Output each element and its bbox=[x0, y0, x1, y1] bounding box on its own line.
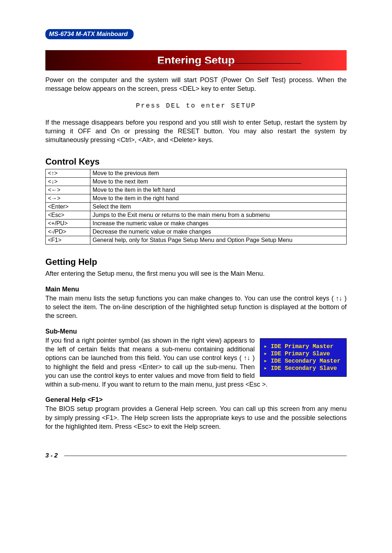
general-help-heading: General Help <F1> bbox=[45, 396, 347, 404]
intro-mono: Press DEL to enter SETUP bbox=[45, 102, 347, 109]
desc-cell: Decrease the numeric value or make chang… bbox=[90, 228, 347, 236]
bios-submenu-preview: IDE Primary Master IDE Primary Slave IDE… bbox=[260, 338, 347, 377]
header-row: MS-6734 M-ATX Mainboard bbox=[45, 29, 347, 39]
key-cell: <←> bbox=[46, 186, 90, 194]
table-row: <+/PU>Increase the numeric value or make… bbox=[46, 219, 347, 228]
bios-item: IDE Secondary Slave bbox=[264, 365, 340, 372]
table-row: <Esc>Jumps to the Exit menu or returns t… bbox=[46, 211, 347, 219]
key-cell: <+/PU> bbox=[46, 219, 90, 228]
page-number: 3 - 2 bbox=[45, 452, 58, 459]
table-row: <Enter>Select the item bbox=[46, 203, 347, 211]
table-row: <↓>Move to the next item bbox=[46, 178, 347, 186]
table-row: <-/PD>Decrease the numeric value or make… bbox=[46, 228, 347, 236]
key-cell: <F1> bbox=[46, 236, 90, 245]
control-keys-heading: Control Keys bbox=[45, 157, 347, 167]
page: MS-6734 M-ATX Mainboard Entering Setup P… bbox=[0, 0, 392, 481]
main-menu-heading: Main Menu bbox=[45, 286, 347, 293]
table-row: <↑>Move to the previous item bbox=[46, 169, 347, 178]
desc-cell: Move to the previous item bbox=[90, 169, 347, 178]
key-cell: <-/PD> bbox=[46, 228, 90, 236]
header-rule bbox=[152, 63, 301, 64]
getting-help-heading: Getting Help bbox=[45, 257, 347, 267]
control-keys-table: <↑>Move to the previous item <↓>Move to … bbox=[45, 169, 347, 245]
key-cell: <→> bbox=[46, 194, 90, 203]
intro-p1: Power on the computer and the system wil… bbox=[45, 76, 347, 93]
section-banner: Entering Setup bbox=[45, 50, 347, 70]
bios-item: IDE Secondary Master bbox=[264, 358, 340, 365]
bios-item: IDE Primary Slave bbox=[264, 350, 340, 358]
key-cell: <↑> bbox=[46, 169, 90, 178]
key-cell: <Enter> bbox=[46, 203, 90, 211]
footer-rule bbox=[64, 456, 347, 456]
table-row: <←>Move to the item in the left hand bbox=[46, 186, 347, 194]
desc-cell: General help, only for Status Page Setup… bbox=[90, 236, 347, 245]
desc-cell: Select the item bbox=[90, 203, 347, 211]
desc-cell: Move to the next item bbox=[90, 178, 347, 186]
desc-cell: Move to the item in the left hand bbox=[90, 186, 347, 194]
bios-item: IDE Primary Master bbox=[264, 343, 340, 350]
sub-menu-block: IDE Primary Master IDE Primary Slave IDE… bbox=[45, 336, 347, 389]
footer: 3 - 2 bbox=[45, 452, 347, 459]
key-cell: <Esc> bbox=[46, 211, 90, 219]
sub-menu-heading: Sub-Menu bbox=[45, 328, 347, 335]
desc-cell: Jumps to the Exit menu or returns to the… bbox=[90, 211, 347, 219]
table-row: <F1>General help, only for Status Page S… bbox=[46, 236, 347, 245]
intro-p2: If the message disappears before you res… bbox=[45, 118, 347, 145]
product-pill: MS-6734 M-ATX Mainboard bbox=[45, 29, 134, 39]
desc-cell: Move to the item in the right hand bbox=[90, 194, 347, 203]
getting-help-intro: After entering the Setup menu, the first… bbox=[45, 269, 347, 278]
general-help-text: The BIOS setup program provides a Genera… bbox=[45, 404, 347, 431]
table-row: <→>Move to the item in the right hand bbox=[46, 194, 347, 203]
key-cell: <↓> bbox=[46, 178, 90, 186]
desc-cell: Increase the numeric value or make chang… bbox=[90, 219, 347, 228]
main-menu-text: The main menu lists the setup functions … bbox=[45, 294, 347, 320]
